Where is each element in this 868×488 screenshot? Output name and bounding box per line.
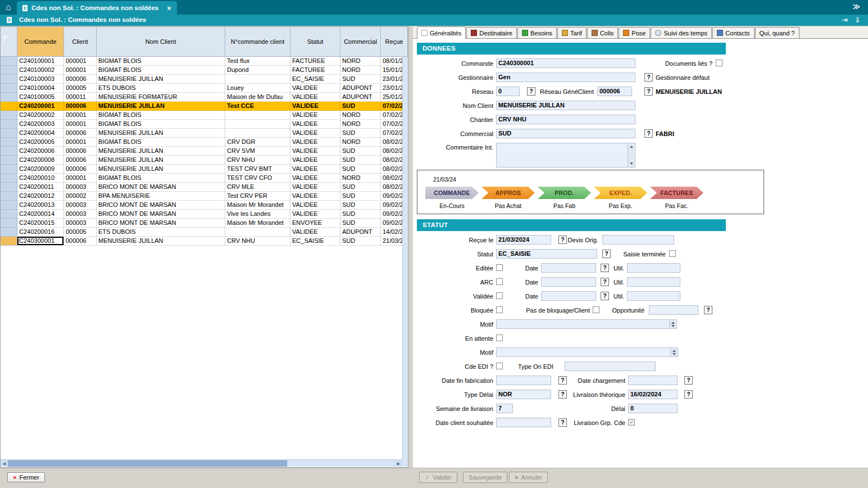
table-cell[interactable]: SUD: [340, 156, 381, 165]
table-row[interactable]: C240200002000001BIGMAT BLOISVALIDEENORD0…: [1, 111, 402, 120]
commentaire-field[interactable]: [496, 143, 635, 168]
table-cell[interactable]: Maison Mr Morandet: [225, 219, 290, 228]
table-cell[interactable]: 000006: [64, 147, 97, 156]
en-attente-checkbox[interactable]: [496, 335, 503, 341]
tab-contacts[interactable]: Contacts: [712, 27, 754, 38]
table-cell[interactable]: SUD: [340, 129, 381, 138]
table-cell[interactable]: C240200013: [17, 201, 64, 210]
validee-date-field[interactable]: [541, 291, 596, 301]
arc-date-field[interactable]: [541, 277, 596, 287]
table-row[interactable]: C240100004000005ETS DUBOISLoueyVALIDEEAD…: [1, 84, 402, 93]
reseau-field[interactable]: 0: [496, 87, 520, 96]
table-cell[interactable]: BPA MENUISERIE: [97, 192, 225, 201]
table-cell[interactable]: BIGMAT BLOIS: [97, 57, 225, 66]
tab-qui-quand-[interactable]: Qui, quand ?: [755, 27, 799, 38]
row-marker-cell[interactable]: [1, 120, 17, 129]
table-cell[interactable]: BRICO MONT DE MARSAN: [97, 201, 225, 210]
help-button[interactable]: ?: [684, 376, 693, 385]
table-cell[interactable]: 000001: [64, 66, 97, 75]
table-cell[interactable]: TEST CRV CFO: [225, 174, 290, 183]
table-cell[interactable]: SUD: [340, 219, 381, 228]
table-cell[interactable]: 000001: [64, 174, 97, 183]
tab-destinataire[interactable]: Destinataire: [466, 27, 517, 38]
table-cell[interactable]: 08/02/2024: [381, 165, 402, 174]
table-cell[interactable]: [225, 111, 290, 120]
table-cell[interactable]: C240200011: [17, 183, 64, 192]
column-header[interactable]: Commande: [17, 27, 64, 56]
table-cell[interactable]: 000003: [64, 201, 97, 210]
table-cell[interactable]: MENUISERIE JUILLAN: [97, 102, 225, 111]
table-cell[interactable]: C240200014: [17, 210, 64, 219]
table-cell[interactable]: 000006: [64, 237, 97, 246]
row-marker-cell[interactable]: [1, 84, 17, 93]
table-cell[interactable]: 08/02/2024: [381, 138, 402, 147]
table-cell[interactable]: SUD: [340, 192, 381, 201]
date-client-field[interactable]: [496, 418, 551, 427]
table-cell[interactable]: VALIDEE: [290, 201, 340, 210]
home-icon[interactable]: ⌂: [6, 2, 11, 13]
table-cell[interactable]: VALIDEE: [290, 147, 340, 156]
table-cell[interactable]: [225, 228, 290, 237]
table-cell[interactable]: EC_SAISIE: [290, 75, 340, 84]
pas-bloquage-checkbox[interactable]: [593, 306, 599, 313]
table-cell[interactable]: [225, 120, 290, 129]
table-cell[interactable]: NORD: [340, 138, 381, 147]
column-header[interactable]: Reçue: [381, 27, 408, 56]
table-cell[interactable]: BRICO MONT DE MARSAN: [97, 183, 225, 192]
row-marker-cell[interactable]: [1, 228, 17, 237]
column-header[interactable]: Nom Client: [97, 27, 225, 56]
table-cell[interactable]: C240200006: [17, 147, 64, 156]
table-row[interactable]: C240200005000001BIGMAT BLOISCRV DGRVALID…: [1, 138, 402, 147]
tab-colis[interactable]: Colis: [587, 27, 618, 38]
column-header[interactable]: Statut: [290, 27, 340, 56]
table-cell[interactable]: 000003: [64, 210, 97, 219]
delai-field[interactable]: 0: [628, 404, 678, 413]
semaine-livraison-field[interactable]: 7: [496, 404, 513, 413]
statut-field[interactable]: EC_SAISIE: [496, 249, 597, 259]
row-marker-cell[interactable]: [1, 93, 17, 102]
column-header[interactable]: Client: [64, 27, 97, 56]
table-cell[interactable]: VALIDEE: [290, 174, 340, 183]
table-cell[interactable]: ENVOYEE: [290, 219, 340, 228]
recue-le-field[interactable]: 21/03/2024: [496, 235, 551, 245]
tab-besoins[interactable]: Besoins: [517, 27, 557, 38]
table-cell[interactable]: 07/02/2024: [381, 129, 402, 138]
commercial-field[interactable]: SUD: [496, 129, 635, 138]
table-cell[interactable]: 000005: [64, 84, 97, 93]
row-marker-cell[interactable]: [1, 129, 17, 138]
gestionnaire-field[interactable]: Gen: [496, 73, 635, 82]
bloquee-checkbox[interactable]: [496, 306, 503, 313]
table-cell[interactable]: Test flux: [225, 57, 290, 66]
table-cell[interactable]: VALIDEE: [290, 183, 340, 192]
table-cell[interactable]: SUD: [340, 210, 381, 219]
table-cell[interactable]: 000006: [64, 156, 97, 165]
row-marker-cell[interactable]: [1, 174, 17, 183]
table-cell[interactable]: 000006: [64, 129, 97, 138]
table-cell[interactable]: C240200003: [17, 120, 64, 129]
scroll-right-icon[interactable]: ▶: [395, 460, 402, 467]
table-cell[interactable]: C240100001: [17, 57, 64, 66]
table-cell[interactable]: VALIDEE: [290, 102, 340, 111]
table-cell[interactable]: 000001: [64, 57, 97, 66]
table-cell[interactable]: C240200005: [17, 138, 64, 147]
table-cell[interactable]: 000006: [64, 102, 97, 111]
table-cell[interactable]: C240300001: [17, 237, 64, 246]
tab-généralités[interactable]: Généralités: [417, 26, 466, 39]
table-cell[interactable]: Vive les Landes: [225, 210, 290, 219]
valider-button[interactable]: ✓ Valider: [419, 472, 457, 483]
editee-checkbox[interactable]: [496, 264, 503, 271]
help-button[interactable]: ?: [644, 73, 653, 82]
table-cell[interactable]: SUD: [340, 147, 381, 156]
row-marker-cell[interactable]: [1, 237, 17, 246]
row-marker-cell[interactable]: [1, 102, 17, 111]
table-row[interactable]: C240100003000006MENUISERIE JUILLANEC_SAI…: [1, 75, 402, 84]
table-cell[interactable]: Maison Mr Morandet: [225, 201, 290, 210]
table-cell[interactable]: 07/02/2024: [381, 102, 402, 111]
table-cell[interactable]: VALIDEE: [290, 156, 340, 165]
table-cell[interactable]: BIGMAT BLOIS: [97, 111, 225, 120]
saisie-terminee-checkbox[interactable]: [669, 250, 676, 257]
horizontal-scrollbar[interactable]: ◀ ▶: [1, 459, 402, 467]
chantier-field[interactable]: CRV NHU: [496, 115, 635, 124]
table-cell[interactable]: C240100005: [17, 93, 64, 102]
table-cell[interactable]: ADUPONT: [340, 228, 381, 237]
